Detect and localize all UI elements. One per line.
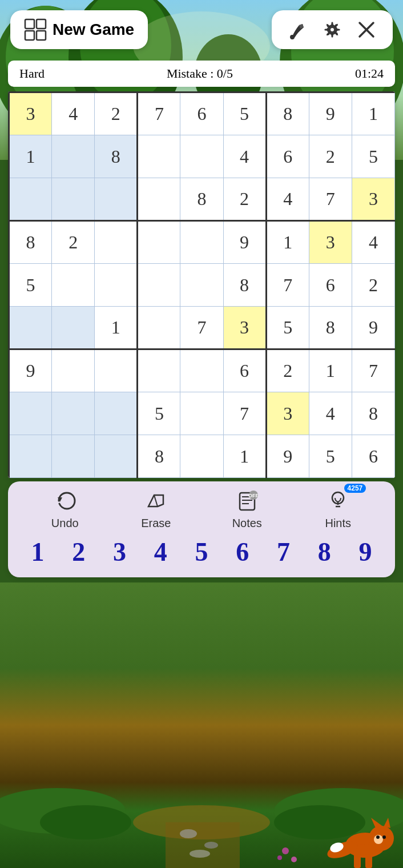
sudoku-cell[interactable]: 8 — [352, 392, 394, 435]
close-button[interactable] — [352, 17, 381, 42]
sudoku-cell[interactable]: 5 — [309, 435, 352, 478]
sudoku-cell[interactable] — [180, 392, 223, 435]
sudoku-cell[interactable]: 4 — [309, 392, 352, 435]
sudoku-cell[interactable]: 6 — [223, 349, 266, 392]
sudoku-cell[interactable] — [52, 392, 95, 435]
sudoku-cell[interactable] — [9, 435, 52, 478]
sudoku-cell[interactable] — [95, 264, 138, 307]
sudoku-cell[interactable] — [180, 221, 223, 264]
sudoku-cell[interactable]: 1 — [9, 135, 52, 178]
sudoku-cell[interactable]: 8 — [9, 221, 52, 264]
numpad-button-1[interactable]: 1 — [21, 537, 55, 567]
sudoku-cell[interactable]: 2 — [223, 178, 266, 221]
theme-button[interactable] — [283, 17, 313, 42]
sudoku-cell[interactable]: 4 — [266, 178, 309, 221]
sudoku-cell[interactable]: 5 — [9, 264, 52, 307]
sudoku-cell[interactable]: 7 — [180, 307, 223, 349]
sudoku-cell[interactable]: 8 — [223, 264, 266, 307]
sudoku-cell[interactable] — [180, 264, 223, 307]
numpad-button-2[interactable]: 2 — [62, 537, 96, 567]
sudoku-cell[interactable]: 1 — [352, 93, 394, 135]
new-game-button[interactable]: New Game — [10, 10, 148, 49]
sudoku-cell[interactable]: 1 — [95, 307, 138, 349]
sudoku-cell[interactable]: 6 — [309, 264, 352, 307]
sudoku-cell[interactable]: 3 — [352, 178, 394, 221]
sudoku-cell[interactable]: 4 — [352, 221, 394, 264]
numpad-button-7[interactable]: 7 — [266, 537, 300, 567]
erase-button[interactable]: Erase — [127, 489, 184, 530]
top-bar: New Game — [0, 0, 403, 56]
hints-button[interactable]: 4257 Hints — [309, 489, 366, 530]
sudoku-cell[interactable] — [9, 392, 52, 435]
sudoku-cell[interactable] — [52, 349, 95, 392]
sudoku-cell[interactable]: 7 — [138, 93, 180, 135]
sudoku-cell[interactable]: 8 — [266, 93, 309, 135]
numpad-button-6[interactable]: 6 — [225, 537, 260, 567]
sudoku-cell[interactable]: 3 — [223, 307, 266, 349]
numpad-button-9[interactable]: 9 — [348, 537, 382, 567]
sudoku-cell[interactable]: 6 — [266, 135, 309, 178]
sudoku-cell[interactable]: 9 — [352, 307, 394, 349]
sudoku-cell[interactable]: 8 — [95, 135, 138, 178]
sudoku-cell[interactable] — [9, 307, 52, 349]
sudoku-cell[interactable] — [138, 221, 180, 264]
undo-button[interactable]: Undo — [37, 489, 94, 530]
sudoku-cell[interactable] — [138, 135, 180, 178]
sudoku-cell[interactable] — [138, 264, 180, 307]
sudoku-cell[interactable] — [138, 178, 180, 221]
svg-point-40 — [290, 35, 295, 39]
numpad-button-3[interactable]: 3 — [102, 537, 136, 567]
sudoku-cell[interactable] — [52, 307, 95, 349]
notes-button[interactable]: OFF Notes — [219, 489, 276, 530]
sudoku-cell[interactable]: 1 — [266, 221, 309, 264]
sudoku-cell[interactable] — [52, 435, 95, 478]
sudoku-cell[interactable]: 2 — [266, 349, 309, 392]
sudoku-cell[interactable]: 9 — [9, 349, 52, 392]
sudoku-cell[interactable] — [95, 178, 138, 221]
sudoku-cell[interactable]: 4 — [52, 93, 95, 135]
sudoku-cell[interactable]: 5 — [352, 135, 394, 178]
sudoku-cell[interactable]: 2 — [352, 264, 394, 307]
sudoku-cell[interactable]: 1 — [223, 435, 266, 478]
sudoku-cell[interactable]: 9 — [266, 435, 309, 478]
sudoku-cell[interactable] — [138, 307, 180, 349]
sudoku-cell[interactable]: 2 — [52, 221, 95, 264]
sudoku-cell[interactable] — [180, 435, 223, 478]
sudoku-cell[interactable]: 4 — [223, 135, 266, 178]
sudoku-cell[interactable] — [180, 349, 223, 392]
sudoku-cell[interactable]: 3 — [266, 392, 309, 435]
sudoku-cell[interactable]: 2 — [309, 135, 352, 178]
sudoku-cell[interactable] — [138, 349, 180, 392]
sudoku-cell[interactable]: 3 — [9, 93, 52, 135]
sudoku-cell[interactable]: 9 — [223, 221, 266, 264]
numpad-button-4[interactable]: 4 — [143, 537, 178, 567]
sudoku-cell[interactable] — [9, 178, 52, 221]
sudoku-cell[interactable]: 5 — [223, 93, 266, 135]
sudoku-cell[interactable]: 1 — [309, 349, 352, 392]
sudoku-cell[interactable]: 7 — [352, 349, 394, 392]
settings-button[interactable] — [317, 17, 347, 42]
sudoku-cell[interactable]: 6 — [352, 435, 394, 478]
sudoku-cell[interactable]: 3 — [309, 221, 352, 264]
sudoku-cell[interactable]: 5 — [266, 307, 309, 349]
sudoku-cell[interactable]: 8 — [138, 435, 180, 478]
sudoku-cell[interactable]: 5 — [138, 392, 180, 435]
numpad-button-8[interactable]: 8 — [307, 537, 341, 567]
sudoku-cell[interactable]: 2 — [95, 93, 138, 135]
sudoku-cell[interactable]: 7 — [266, 264, 309, 307]
sudoku-cell[interactable] — [52, 135, 95, 178]
sudoku-cell[interactable]: 8 — [180, 178, 223, 221]
sudoku-cell[interactable] — [180, 135, 223, 178]
sudoku-cell[interactable]: 7 — [309, 178, 352, 221]
sudoku-cell[interactable] — [95, 392, 138, 435]
sudoku-cell[interactable] — [95, 221, 138, 264]
sudoku-cell[interactable] — [95, 435, 138, 478]
sudoku-cell[interactable]: 7 — [223, 392, 266, 435]
sudoku-cell[interactable] — [95, 349, 138, 392]
sudoku-cell[interactable]: 8 — [309, 307, 352, 349]
sudoku-cell[interactable] — [52, 178, 95, 221]
sudoku-cell[interactable]: 6 — [180, 93, 223, 135]
numpad-button-5[interactable]: 5 — [184, 537, 219, 567]
sudoku-cell[interactable]: 9 — [309, 93, 352, 135]
sudoku-cell[interactable] — [52, 264, 95, 307]
